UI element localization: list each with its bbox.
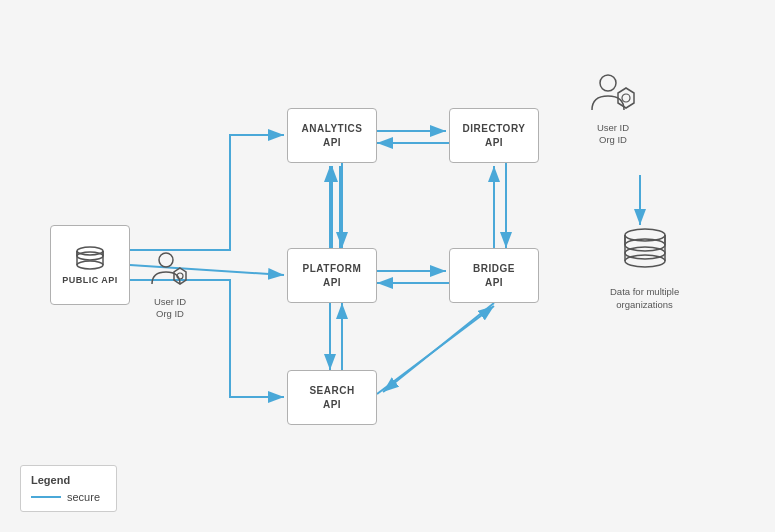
svg-point-25 [159,253,173,267]
data-cylinder-icon [619,225,671,277]
directory-api-box: DIRECTORYAPI [449,108,539,163]
bridge-api-box: BRIDGEAPI [449,248,539,303]
svg-point-30 [622,94,630,102]
bridge-api-label: BRIDGEAPI [473,262,515,290]
search-api-label: SEARCHAPI [309,384,354,412]
svg-point-28 [600,75,616,91]
user-id-org-id-left-label: User IDOrg ID [148,296,192,321]
cylinder-icon [74,245,106,273]
data-cylinder: Data for multipleorganizations [610,225,679,312]
svg-point-22 [77,252,103,260]
data-multiple-orgs-label: Data for multipleorganizations [610,285,679,312]
platform-api-label: PLATFORMAPI [303,262,362,290]
svg-line-16 [383,303,494,392]
legend-label-secure: secure [67,491,100,503]
public-api-label: PUBLIC API [62,275,118,285]
legend: Legend secure [20,465,117,512]
svg-marker-29 [618,88,634,108]
platform-api-box: PLATFORMAPI [287,248,377,303]
svg-point-21 [77,261,103,269]
search-api-box: SEARCHAPI [287,370,377,425]
legend-item-secure: secure [31,491,100,503]
person-badge-left: User IDOrg ID [148,248,192,321]
diagram-container: PUBLIC API ANALYTICSAPI PLATFORMAPI SEAR… [0,0,775,532]
legend-line-secure [31,496,61,498]
svg-point-36 [625,247,665,259]
analytics-api-box: ANALYTICSAPI [287,108,377,163]
person-badge-right-icon [588,70,638,118]
person-badge-left-icon [148,248,192,292]
svg-line-15 [377,306,494,394]
directory-api-label: DIRECTORYAPI [463,122,526,150]
user-id-org-id-right-label: User IDOrg ID [588,122,638,147]
analytics-api-label: ANALYTICSAPI [302,122,363,150]
public-api-box: PUBLIC API [50,225,130,305]
legend-title: Legend [31,474,100,486]
person-badge-right: User IDOrg ID [588,70,638,147]
